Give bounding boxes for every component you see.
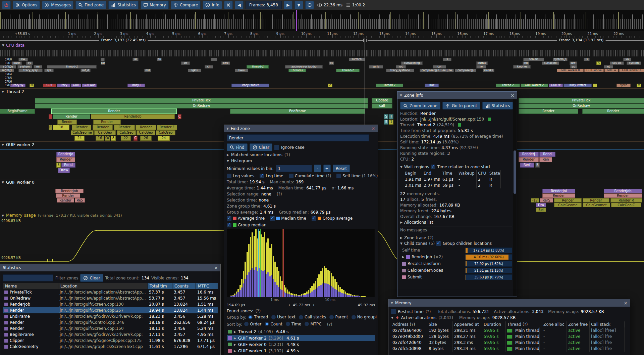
- cpu-zone[interactable]: sen-sis: [523, 58, 544, 61]
- cpu-zone[interactable]: surfa: [369, 65, 383, 69]
- cpu-zone[interactable]: GUIF w: [549, 84, 563, 87]
- cpu-zone[interactable]: sy: [26, 61, 33, 65]
- cpu-zone[interactable]: mi: [34, 65, 42, 69]
- found-zone-group[interactable]: ▶GUIF worker 0(3,231)4.48 s: [227, 341, 375, 348]
- found-zone-group[interactable]: ▶Thread-2(4,105)6.46 s: [227, 328, 375, 335]
- histogram-plot[interactable]: [227, 229, 375, 297]
- frame-select-button[interactable]: ▼: [294, 1, 303, 9]
- cpu-zone[interactable]: Tracy Profiler: [231, 84, 269, 87]
- sort-by-count[interactable]: Count: [265, 322, 282, 326]
- cpu-zone[interactable]: surfacefli: [542, 61, 559, 65]
- timeline-zone[interactable]: EndFrame: [230, 109, 365, 114]
- cpu-zone[interactable]: tracy_sysy: [18, 69, 43, 72]
- cpu-zone[interactable]: s: [443, 58, 451, 61]
- cpu-zone[interactable]: Thread-2: [247, 65, 269, 69]
- toolbar-button-find-zone[interactable]: Find zone: [75, 1, 106, 9]
- alloc-header-size[interactable]: Size: [427, 321, 453, 327]
- timeline-zone[interactable]: S: [384, 114, 388, 119]
- collapse-icon[interactable]: ▼: [400, 94, 402, 97]
- child-zones-header[interactable]: ▼ Child zones (5) Group children locatio…: [400, 241, 512, 246]
- stats-table-row[interactable]: CalcGeometryjni/../jni/src/claw/graphics…: [3, 344, 218, 350]
- found-zone-group[interactable]: ▶GUIF worker 2(3,296)4.61 s: [227, 335, 375, 341]
- timeline-zone[interactable]: S: [384, 120, 388, 125]
- group-by-parent[interactable]: Parent: [329, 315, 348, 319]
- close-icon[interactable]: ×: [511, 93, 515, 98]
- alloc-call-stack[interactable]: [alloc] [fre: [590, 346, 625, 352]
- stats-table-row[interactable]: PrivateTickjni/../jni/src/claw/applicati…: [3, 289, 218, 295]
- cpu-zone[interactable]: Thread-2: [376, 84, 403, 87]
- allocation-row[interactable]: 0x7e049b3d00128 bytes298.27 ms59.95 sMai…: [391, 334, 627, 340]
- timeline-zone[interactable]: CalcGeome: [554, 203, 582, 207]
- alloc-header-zone-free[interactable]: Zone free: [567, 321, 590, 327]
- cpu-zone[interactable]: Trac: [425, 84, 439, 87]
- stats-header-total-tim[interactable]: Total tim: [148, 283, 172, 289]
- timeline-zone[interactable]: Rend: [61, 163, 75, 168]
- found-zone-group[interactable]: ▶GUIF worker 1(3,192)4.39 s: [227, 348, 375, 354]
- cpu-zone[interactable]: Thread-2: [288, 69, 306, 72]
- child-zone-row[interactable]: Submit35.63 μs (0.79%): [400, 274, 512, 280]
- increment-button[interactable]: +: [323, 165, 331, 172]
- cpu-zone[interactable]: rworke: [483, 69, 494, 72]
- cpu-zone[interactable]: GUIFwor: [82, 84, 97, 87]
- child-zone-row[interactable]: Self time172.14 μs (3.83%): [400, 247, 512, 254]
- timeline-zone[interactable]: BeginFrame: [0, 109, 35, 114]
- timeline-zone[interactable]: Render: [519, 109, 578, 114]
- timeline-zone[interactable]: C: [178, 114, 181, 119]
- ignore-case-checkbox[interactable]: [274, 145, 279, 150]
- toolbar-button-memory[interactable]: Memory: [141, 1, 169, 9]
- find-button[interactable]: Find: [227, 143, 248, 151]
- timeline-zone[interactable]: Dra: [536, 203, 546, 207]
- stats-table-row[interactable]: RenderJobjni/../jni/src/guif/Screen.cpp:…: [3, 301, 218, 307]
- thread-header-guif-worker-2[interactable]: ▼GUIF worker 2: [2, 142, 35, 147]
- timeline-zone[interactable]: 16: [96, 136, 104, 141]
- reset-button[interactable]: Reset: [333, 165, 350, 172]
- cpu-zone[interactable]: surfacel: [349, 58, 365, 61]
- sort-by-order[interactable]: Order: [244, 322, 261, 326]
- close-icon[interactable]: ×: [371, 126, 375, 131]
- active-allocations-header[interactable]: ▼ ♦ Active allocations (3,043) Memory us…: [391, 315, 627, 320]
- stats-header-counts[interactable]: Counts: [172, 283, 196, 289]
- group-by-user-text[interactable]: User text: [271, 315, 296, 319]
- location-value[interactable]: jni/../jni/src/guif/Screen.cpp:150: [420, 117, 484, 122]
- toolbar-button-options[interactable]: Options: [13, 1, 40, 9]
- checkbox-log-time[interactable]: Log time: [260, 174, 283, 178]
- cpu-zone[interactable]: al: [132, 58, 139, 61]
- timeline-zone[interactable]: Render: [93, 125, 113, 130]
- clear-filter-button[interactable]: Clear: [80, 274, 103, 282]
- zone-info-button-statistics[interactable]: Statistics: [482, 102, 513, 109]
- cpu-zone[interactable]: au: [157, 58, 162, 61]
- alloc-call-stack[interactable]: [alloc] [fre: [590, 334, 625, 340]
- time-relative-checkbox[interactable]: [431, 165, 435, 169]
- timeline-zone[interactable]: Ren: [539, 157, 552, 162]
- wait-table-row[interactable]: 2.01 ms2.07 ms59 μs-2R: [404, 182, 512, 188]
- cpu-zone[interactable]: ww: [570, 61, 577, 65]
- cpu-zone[interactable]: ses-sis: [610, 61, 624, 65]
- cpu-zone[interactable]: rot: [396, 65, 406, 69]
- stats-table-row[interactable]: Renderjni/../jni/src/guif/Control.cpp:34…: [3, 319, 218, 325]
- stats-table-row[interactable]: Renderjni/../jni/src/guif/Screen.cpp:257…: [3, 307, 218, 313]
- timeline-zone[interactable]: Render F: [157, 125, 177, 130]
- timeline-zone[interactable]: Render: [582, 109, 644, 114]
- cpu-zone[interactable]: surfacefling: [401, 61, 423, 65]
- wait-regions-header[interactable]: ▼ Wait regions Time relative to zone sta…: [400, 165, 512, 169]
- cpu-zone[interactable]: Tracy sy: [10, 84, 25, 87]
- cpu-zone[interactable]: GUIF worker 2: [619, 69, 644, 72]
- timeline-zone[interactable]: RerS: [540, 198, 553, 203]
- timeline-zone[interactable]: 18: [53, 125, 69, 130]
- cpu-zone[interactable]: cfr: [205, 65, 213, 69]
- timeline-zone[interactable]: [49, 114, 52, 119]
- cpu-zone[interactable]: GUIF worker 2: [521, 84, 548, 87]
- timeline-zone[interactable]: CalcGeome: [71, 130, 94, 135]
- prev-frame-button[interactable]: ◀: [235, 1, 244, 9]
- timeline-zone[interactable]: RenderJob: [91, 114, 175, 119]
- min-bin-input[interactable]: 1: [276, 165, 312, 172]
- cpu-zone[interactable]: rol: [523, 61, 529, 65]
- group-by-thread[interactable]: Thread: [248, 315, 268, 319]
- alloc-call-stack[interactable]: [alloc] [fre: [590, 340, 625, 346]
- cpu-zone[interactable]: rot_d: [80, 69, 91, 72]
- alloc-header-duration[interactable]: Duration: [482, 321, 506, 327]
- timeline-zone[interactable]: B: [535, 163, 540, 168]
- toolbar-button-messages[interactable]: Messages: [42, 1, 73, 9]
- timeline-zone[interactable]: Rerf: [520, 163, 534, 168]
- timeline-zone[interactable]: Render: [583, 198, 609, 203]
